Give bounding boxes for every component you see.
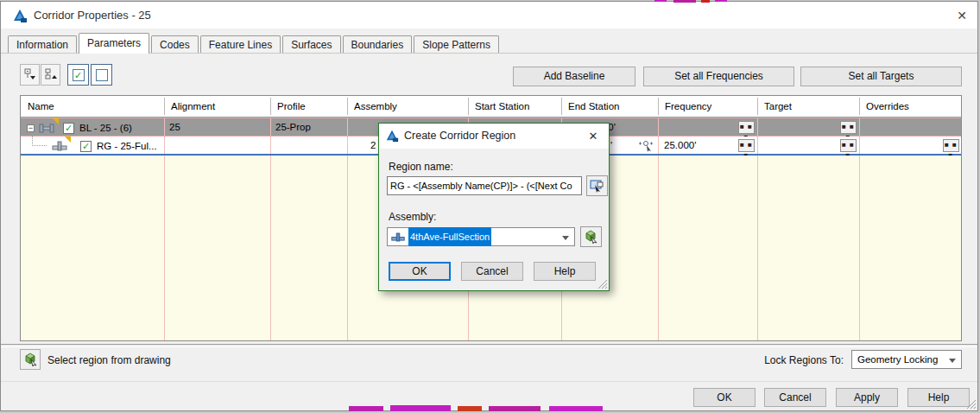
header-divider <box>270 98 271 115</box>
column-header-assembly[interactable]: Assembly <box>347 96 468 117</box>
dialog-ok-button[interactable]: OK <box>389 262 451 281</box>
apply-button[interactable]: Apply <box>836 388 898 407</box>
region-name-input[interactable]: RG - <[Assembly Name(CP)]> - (<[Next Co <box>387 176 582 195</box>
select-region-cube-icon <box>23 353 38 366</box>
expand-all-button[interactable] <box>20 64 40 86</box>
grid-line <box>347 137 348 154</box>
unchecked-checkbox-icon <box>96 69 108 81</box>
region-frequency-ellipsis-button[interactable]: ■ ■ ■ <box>738 139 755 152</box>
chevron-down-icon <box>949 359 956 363</box>
header-divider <box>347 98 348 115</box>
background-drawing-artifact <box>673 0 696 3</box>
baseline-name-cell: − ✓ BL - 25 - (6) <box>21 118 164 137</box>
uncheck-all-button[interactable] <box>91 64 112 86</box>
tree-guide-line <box>32 136 47 146</box>
collapse-all-button[interactable] <box>41 64 60 86</box>
baseline-profile-cell[interactable]: 25-Prop <box>270 118 347 137</box>
baseline-icon <box>39 121 56 135</box>
select-region-label: Select region from drawing <box>47 354 171 366</box>
check-all-button[interactable]: ✓ <box>67 64 89 86</box>
column-header-alignment[interactable]: Alignment <box>164 96 270 117</box>
column-header-start-station[interactable]: Start Station <box>468 96 561 117</box>
grid-line <box>270 118 271 136</box>
background-drawing-artifact <box>390 405 451 411</box>
column-header-target[interactable]: Target <box>757 96 859 117</box>
column-header-name[interactable]: Name <box>21 96 164 117</box>
tab-feature-lines[interactable]: Feature Lines <box>200 35 281 54</box>
grid-line <box>347 156 348 340</box>
collapse-all-icon <box>44 68 58 82</box>
help-button[interactable]: Help <box>907 388 970 407</box>
tab-boundaries[interactable]: Boundaries <box>343 35 413 54</box>
separator <box>1 344 977 347</box>
background-drawing-artifact <box>654 0 667 2</box>
column-header-end-station[interactable]: End Station <box>561 96 658 117</box>
tab-parameters[interactable]: Parameters <box>79 33 149 54</box>
grid-line <box>859 137 860 154</box>
dialog-title: Create Corridor Region <box>404 130 515 142</box>
region-overrides-ellipsis-button[interactable]: ■ ■ ■ <box>943 139 959 152</box>
add-baseline-button[interactable]: Add Baseline <box>513 67 635 86</box>
region-end-station-cell[interactable]: ' <box>610 137 636 156</box>
ok-button[interactable]: OK <box>693 388 756 407</box>
baseline-alignment-cell[interactable]: 25 <box>164 118 270 137</box>
region-target-ellipsis-button[interactable]: ■ ■ ■ <box>840 139 857 152</box>
close-icon[interactable]: ✕ <box>952 5 972 26</box>
name-template-icon <box>590 180 604 193</box>
tree-collapse-icon[interactable]: − <box>27 124 35 132</box>
close-icon[interactable]: ✕ <box>585 128 602 145</box>
tab-information[interactable]: Information <box>8 35 77 54</box>
grid-line <box>658 137 659 154</box>
lock-regions-label: Lock Regions To: <box>683 354 844 366</box>
column-header-profile[interactable]: Profile <box>270 96 347 117</box>
grid-line <box>658 156 659 340</box>
set-all-frequencies-button[interactable]: Set all Frequencies <box>643 67 794 86</box>
expand-all-icon <box>23 68 37 82</box>
dialog-title-bar: Create Corridor Region ✕ <box>379 124 609 149</box>
tab-strip: Information Parameters Codes Feature Lin… <box>8 34 501 54</box>
cancel-button[interactable]: Cancel <box>764 388 826 407</box>
dialog-resize-grip[interactable] <box>596 277 607 289</box>
baseline-frequency-ellipsis-button[interactable]: ■ ■ ■ <box>738 121 755 134</box>
resize-grip[interactable] <box>964 397 976 409</box>
region-name-template-button[interactable] <box>586 175 608 196</box>
column-header-overrides[interactable]: Overrides <box>859 96 961 117</box>
grid-line <box>757 118 758 136</box>
lock-regions-value: Geometry Locking <box>857 354 938 365</box>
baseline-checkbox[interactable]: ✓ <box>63 123 74 134</box>
grid-line <box>757 137 758 154</box>
tab-codes[interactable]: Codes <box>151 35 199 54</box>
grid-line <box>164 137 165 154</box>
set-all-targets-button[interactable]: Set all Targets <box>800 67 962 86</box>
select-region-from-drawing-button[interactable] <box>20 349 41 370</box>
grid-line <box>164 156 165 340</box>
lock-regions-select[interactable]: Geometry Locking <box>851 350 962 369</box>
assembly-pick-cube-icon <box>584 230 598 244</box>
background-drawing-artifact <box>458 406 482 411</box>
header-divider <box>164 98 165 115</box>
assembly-icon <box>390 231 406 244</box>
tab-surfaces[interactable]: Surfaces <box>282 35 340 54</box>
assembly-pick-from-drawing-button[interactable] <box>580 226 602 247</box>
tab-slope-patterns[interactable]: Slope Patterns <box>414 35 499 54</box>
create-corridor-region-dialog: Create Corridor Region ✕ Region name: RG… <box>378 123 610 291</box>
background-drawing-artifact <box>549 406 603 411</box>
grid-line <box>347 118 348 136</box>
station-pick-icon[interactable] <box>638 139 655 152</box>
modified-flag-icon <box>53 118 59 124</box>
grid-line <box>658 118 659 136</box>
background-drawing-artifact <box>349 406 383 411</box>
region-checkbox[interactable]: ✓ <box>80 141 92 152</box>
dialog-help-button[interactable]: Help <box>534 262 596 281</box>
grid-line <box>757 156 758 340</box>
modified-flag-icon <box>65 137 71 143</box>
civil3d-logo-icon <box>385 129 399 143</box>
header-divider <box>859 98 860 115</box>
baseline-target-ellipsis-button[interactable]: ■ ■ ■ <box>840 121 857 134</box>
window-title: Corridor Properties - 25 <box>34 9 151 22</box>
title-bar: Corridor Properties - 25 ✕ <box>1 2 977 29</box>
column-header-frequency[interactable]: Frequency <box>658 96 757 117</box>
background-drawing-artifact <box>701 0 710 3</box>
assembly-select[interactable]: 4thAve-FullSection <box>387 227 575 246</box>
dialog-cancel-button[interactable]: Cancel <box>461 262 523 281</box>
